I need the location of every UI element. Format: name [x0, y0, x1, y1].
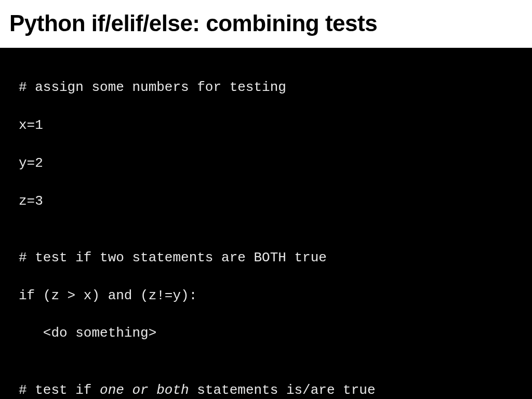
- code-line: y=2: [19, 154, 513, 172]
- slide: Python if/elif/else: combining tests # a…: [0, 0, 532, 399]
- code-line: <do something>: [19, 324, 513, 342]
- code-line: # test if one or both statements is/are …: [19, 381, 513, 399]
- code-text: # test if: [19, 382, 100, 398]
- code-line: z=3: [19, 192, 513, 210]
- code-line: if (z > x) and (z!=y):: [19, 286, 513, 305]
- code-line: # test if two statements are BOTH true: [19, 248, 513, 267]
- code-text: statements is/are true: [189, 382, 376, 398]
- code-text-italic: one or both: [100, 382, 189, 398]
- slide-title: Python if/elif/else: combining tests: [9, 10, 523, 36]
- code-block: # assign some numbers for testing x=1 y=…: [0, 48, 532, 399]
- code-line: x=1: [19, 116, 513, 135]
- code-line: # assign some numbers for testing: [19, 78, 513, 97]
- title-bar: Python if/elif/else: combining tests: [0, 0, 532, 48]
